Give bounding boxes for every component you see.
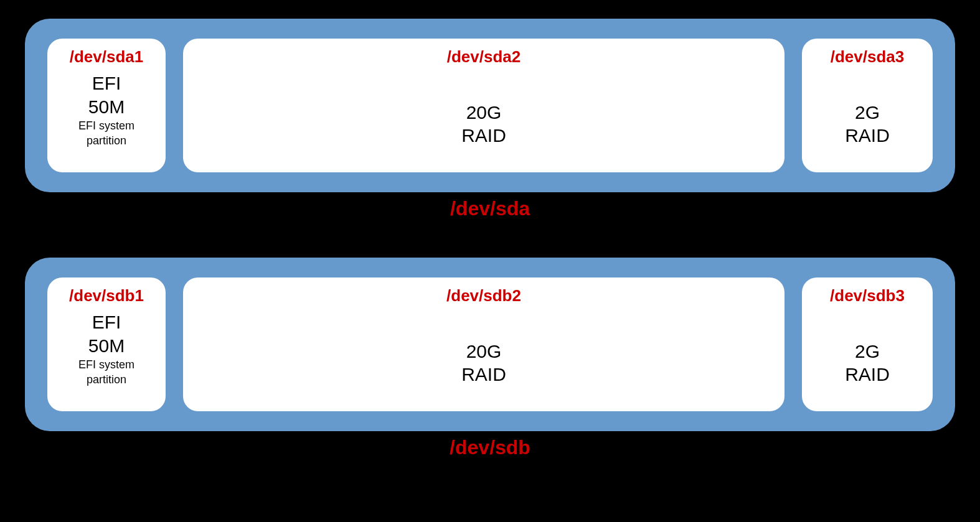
partition-size: 20G xyxy=(466,101,502,124)
partition-type: RAID xyxy=(845,124,890,147)
disk-sda-wrapper: /dev/sda1 EFI 50M EFI system partition /… xyxy=(25,19,955,220)
partition-note: partition xyxy=(87,373,126,387)
disk-sdb-wrapper: /dev/sdb1 EFI 50M EFI system partition /… xyxy=(25,258,955,459)
partition-size: 20G xyxy=(466,340,502,363)
partition-sdb2: /dev/sdb2 20G RAID xyxy=(183,277,784,411)
partition-sda3: /dev/sda3 2G RAID xyxy=(802,39,933,172)
partition-type: RAID xyxy=(845,363,890,386)
partition-size: 2G xyxy=(855,340,880,363)
partition-size: 50M xyxy=(88,334,125,358)
partition-note: partition xyxy=(87,134,126,148)
partition-type: RAID xyxy=(461,363,506,386)
partition-device-label: /dev/sdb1 xyxy=(69,286,144,305)
partition-sda1: /dev/sda1 EFI 50M EFI system partition xyxy=(47,39,166,172)
disk-sda: /dev/sda1 EFI 50M EFI system partition /… xyxy=(25,19,955,192)
partition-sdb1: /dev/sdb1 EFI 50M EFI system partition xyxy=(47,277,166,411)
disk-device-label: /dev/sdb xyxy=(450,436,530,459)
partition-device-label: /dev/sda2 xyxy=(447,47,521,67)
partition-fs: EFI xyxy=(92,310,121,334)
partition-device-label: /dev/sdb3 xyxy=(830,286,905,305)
partition-note: EFI system xyxy=(78,119,134,133)
partition-note: EFI system xyxy=(78,358,134,372)
partition-type: RAID xyxy=(461,124,506,147)
partition-device-label: /dev/sda1 xyxy=(70,47,144,67)
disk-sdb: /dev/sdb1 EFI 50M EFI system partition /… xyxy=(25,258,955,431)
partition-size: 50M xyxy=(88,95,125,119)
partition-device-label: /dev/sdb2 xyxy=(446,286,521,305)
partition-sda2: /dev/sda2 20G RAID xyxy=(183,39,784,172)
partition-device-label: /dev/sda3 xyxy=(831,47,905,67)
partition-size: 2G xyxy=(855,101,880,124)
partition-sdb3: /dev/sdb3 2G RAID xyxy=(802,277,933,411)
disk-device-label: /dev/sda xyxy=(450,197,530,220)
partition-fs: EFI xyxy=(92,72,121,95)
